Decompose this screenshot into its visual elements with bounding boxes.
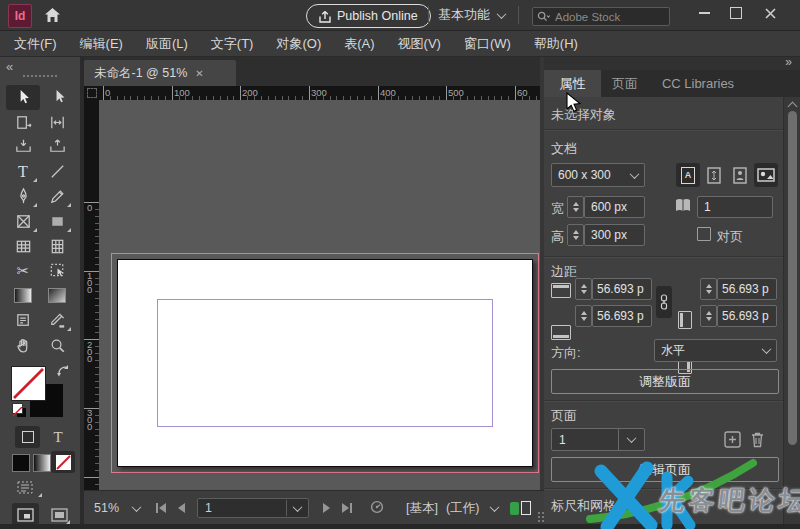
publish-online-button[interactable]: Publish Online	[306, 4, 431, 28]
formatting-affects-text-button[interactable]: T	[48, 426, 68, 448]
preflight-icon[interactable]	[370, 500, 384, 517]
frame-tool[interactable]	[6, 209, 40, 234]
zoom-chevron-icon[interactable]	[132, 502, 142, 512]
pasteboard[interactable]	[99, 100, 540, 490]
previous-page-button[interactable]	[178, 503, 185, 513]
color-theme-tool[interactable]	[40, 308, 74, 333]
delete-page-icon[interactable]	[750, 431, 765, 451]
direction-dropdown[interactable]: 水平	[654, 339, 777, 362]
preflight-profile[interactable]: (工作)	[446, 500, 479, 517]
menu-object[interactable]: 对象(O)	[276, 35, 321, 53]
zoom-level[interactable]: 51%	[94, 501, 119, 515]
margin-bottom-stepper[interactable]	[575, 305, 592, 327]
panel-drag-handle[interactable]	[22, 74, 58, 79]
margin-bottom-field[interactable]: 56.693 p	[592, 305, 652, 327]
width-stepper[interactable]	[567, 196, 584, 218]
selection-tool[interactable]	[6, 85, 40, 110]
first-page-button[interactable]	[156, 503, 166, 513]
screen-mode-preview-button[interactable]	[46, 503, 73, 526]
gradient-feather-tool[interactable]	[40, 283, 74, 308]
pencil-tool[interactable]	[40, 184, 74, 209]
preflight-chevron-icon[interactable]	[490, 502, 500, 512]
search-input[interactable]	[553, 10, 643, 24]
pen-tool[interactable]	[6, 184, 40, 209]
adobe-stock-search[interactable]	[532, 7, 670, 26]
pages-dropdown[interactable]: 1	[551, 428, 645, 451]
page-number-combo[interactable]: 1	[197, 498, 309, 518]
facing-pages-icon-button[interactable]	[702, 163, 726, 187]
margin-left-field[interactable]: 56.693 p	[717, 278, 777, 300]
content-collector-tool[interactable]	[6, 135, 40, 160]
workspace-switcher[interactable]: 基本功能	[438, 6, 505, 24]
scrollbar-thumb[interactable]	[788, 111, 797, 445]
fill-swatch[interactable]	[11, 366, 46, 401]
home-icon[interactable]	[44, 7, 61, 26]
portrait-a-icon-button[interactable]: A	[676, 163, 700, 187]
document-page[interactable]	[117, 259, 533, 467]
menu-file[interactable]: 文件(F)	[14, 35, 57, 53]
tab-pages[interactable]: 页面	[601, 70, 649, 97]
panel-scrollbar[interactable]	[783, 97, 800, 529]
apply-none-button[interactable]	[51, 451, 75, 473]
width-field[interactable]: 600 px	[584, 196, 645, 218]
menu-help[interactable]: 帮助(H)	[534, 35, 578, 53]
ruler-origin-box[interactable]	[84, 86, 99, 100]
menu-window[interactable]: 窗口(W)	[464, 35, 511, 53]
tab-properties[interactable]: 属性	[544, 70, 601, 97]
page-tool[interactable]	[6, 110, 40, 135]
last-page-button[interactable]	[342, 503, 352, 513]
hand-tool[interactable]	[6, 333, 40, 358]
zoom-tool[interactable]	[40, 333, 74, 358]
menu-layout[interactable]: 版面(L)	[146, 35, 188, 53]
close-button[interactable]	[756, 0, 784, 26]
note-tool[interactable]	[6, 308, 40, 333]
tab-close-icon[interactable]: ✕	[195, 68, 203, 79]
scissors-tool[interactable]: ✂	[6, 259, 40, 284]
menu-edit[interactable]: 编辑(E)	[80, 35, 123, 53]
height-stepper[interactable]	[567, 224, 584, 246]
horizontal-ruler[interactable]: 0 100 200 300 400 500 60	[99, 86, 540, 100]
apply-gradient-button[interactable]	[33, 454, 51, 472]
free-transform-tool[interactable]	[40, 259, 74, 284]
collapse-panel-icon[interactable]: «	[6, 59, 13, 74]
screen-mode-normal-button[interactable]	[12, 503, 39, 526]
gpu-status-icon[interactable]	[510, 501, 531, 515]
minimize-button[interactable]	[690, 0, 718, 26]
link-margins-icon[interactable]	[656, 286, 672, 318]
height-field[interactable]: 300 px	[584, 224, 645, 246]
margin-top-stepper[interactable]	[575, 278, 592, 300]
swap-fill-stroke-icon[interactable]	[56, 363, 71, 380]
formatting-affects-container-button[interactable]	[15, 426, 40, 448]
gradient-swatch-tool[interactable]	[6, 283, 40, 308]
content-placer-tool[interactable]	[40, 135, 74, 160]
facing-pages-checkbox[interactable]	[697, 227, 711, 241]
vertical-ruler[interactable]: 0 100 200 300	[84, 100, 99, 490]
rectangle-tool[interactable]	[40, 209, 74, 234]
menu-table[interactable]: 表(A)	[344, 35, 374, 53]
expand-panel-icon[interactable]: »	[785, 55, 792, 69]
landscape-orientation-icon-button[interactable]	[754, 163, 778, 187]
type-tool[interactable]: T	[6, 159, 40, 184]
preflight-preset[interactable]: [基本]	[406, 500, 438, 517]
horizontal-grid-tool[interactable]	[6, 234, 40, 259]
gap-tool[interactable]	[40, 110, 74, 135]
vertical-grid-tool[interactable]	[40, 234, 74, 259]
next-page-button[interactable]	[323, 503, 330, 513]
portrait-orientation-icon-button[interactable]	[728, 163, 752, 187]
indesign-logo-icon[interactable]: Id	[8, 4, 32, 28]
adjust-layout-button[interactable]: 调整版面	[551, 369, 779, 394]
margin-top-field[interactable]: 56.693 p	[592, 278, 652, 300]
view-options-icon[interactable]	[14, 479, 36, 500]
margin-right-field[interactable]: 56.693 p	[717, 305, 777, 327]
default-fill-stroke-icon[interactable]	[12, 403, 28, 419]
line-tool[interactable]	[40, 159, 74, 184]
apply-color-button[interactable]	[12, 454, 30, 472]
menu-view[interactable]: 视图(V)	[398, 35, 441, 53]
edit-pages-button[interactable]: 编辑页面	[551, 457, 779, 482]
direct-selection-tool[interactable]	[40, 85, 74, 110]
tab-cc-libraries[interactable]: CC Libraries	[649, 70, 747, 97]
add-page-icon[interactable]	[724, 431, 741, 451]
menu-type[interactable]: 文字(T)	[211, 35, 254, 53]
margin-right-stepper[interactable]	[700, 305, 717, 327]
document-size-dropdown[interactable]: 600 x 300	[551, 163, 645, 187]
